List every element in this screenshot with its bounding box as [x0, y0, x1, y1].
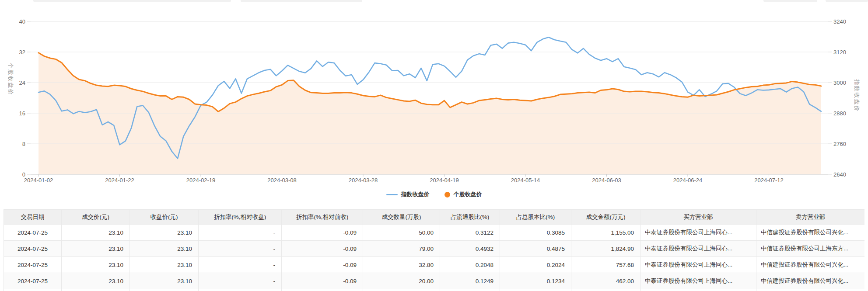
column-header: 成交价(元)	[62, 210, 130, 225]
table-cell	[440, 289, 500, 291]
table-cell	[199, 289, 282, 291]
table-cell: 23.10	[130, 257, 199, 273]
column-header: 折扣率(%,相对收盘)	[199, 210, 282, 225]
table-cell	[640, 289, 756, 291]
right-axis-tick-label: 3120	[833, 49, 846, 55]
table-cell: 32.80	[363, 257, 440, 273]
table-row: 2024-07-2523.1023.10--0.0920.000.12490.1…	[4, 273, 865, 289]
x-axis-tick-label: 2024-04-19	[430, 177, 459, 184]
broker-name-cell: 中信建投证券股份有限公司兴化...	[756, 225, 865, 241]
table-cell: -	[199, 225, 282, 241]
clipped-toolbar-item[interactable]	[826, 0, 868, 2]
broker-name-cell: 中泰证券股份有限公司上海同心...	[640, 273, 756, 289]
table-cell: 1,824.90	[571, 241, 640, 257]
right-axis-tick-label: 2640	[833, 171, 846, 178]
table-cell: 0.4932	[440, 241, 500, 257]
table-cell	[130, 289, 199, 291]
price-history-chart: 08162432402640276028803000312032402024-0…	[0, 3, 868, 208]
column-header: 收盘价(元)	[130, 210, 199, 225]
block-trade-table: 交易日期成交价(元)收盘价(元)折扣率(%,相对收盘)折扣率(%,相对前收)成交…	[4, 209, 864, 291]
table-cell: 23.10	[130, 241, 199, 257]
table-cell: 2024-07-25	[4, 273, 62, 289]
left-axis-tick-label: 24	[19, 80, 25, 86]
broker-name-cell: 中泰证券股份有限公司上海同心...	[640, 225, 756, 241]
x-axis-tick-label: 2024-07-12	[754, 177, 784, 184]
x-axis-tick-label: 2024-01-22	[105, 177, 134, 184]
column-header: 卖方营业部	[756, 210, 865, 225]
table-cell: 757.68	[571, 257, 640, 273]
broker-name-cell: 中泰证券股份有限公司上海同心...	[640, 257, 756, 273]
x-axis-tick-label: 2024-01-02	[24, 177, 53, 184]
column-header: 成交数量(万股)	[363, 210, 440, 225]
right-axis-tick-label: 3000	[833, 80, 846, 86]
column-header: 占总股本比(%)	[500, 210, 571, 225]
column-header: 交易日期	[4, 210, 62, 225]
table-cell: 20.00	[363, 273, 440, 289]
data-table: 交易日期成交价(元)收盘价(元)折扣率(%,相对收盘)折扣率(%,相对前收)成交…	[4, 209, 864, 291]
column-header: 买方营业部	[640, 210, 756, 225]
table-cell: 23.10	[62, 241, 130, 257]
table-cell: 2024-07-25	[4, 225, 62, 241]
legend-label: 指数收盘价	[401, 191, 430, 198]
clipped-toolbar-item[interactable]	[33, 0, 231, 2]
line-marker-icon	[386, 194, 398, 195]
broker-name-cell: 中信建投证券股份有限公司兴化...	[756, 257, 865, 273]
table-cell	[500, 289, 571, 291]
table-row: 2024-07-2523.1023.10--0.0979.000.49320.4…	[4, 241, 865, 257]
right-axis-tick-label: 3240	[833, 18, 846, 25]
table-cell: 0.1249	[440, 273, 500, 289]
table-cell: 2024-07-25	[4, 241, 62, 257]
table-cell: 0.3122	[440, 225, 500, 241]
chart-canvas: 08162432402640276028803000312032402024-0…	[0, 3, 868, 208]
table-cell: -	[199, 241, 282, 257]
legend-item-stock-close[interactable]: 个股收盘价	[444, 191, 482, 198]
table-header-row: 交易日期成交价(元)收盘价(元)折扣率(%,相对收盘)折扣率(%,相对前收)成交…	[4, 210, 865, 225]
table-cell: 0.1234	[500, 273, 571, 289]
left-axis-tick-label: 32	[19, 49, 25, 55]
x-axis-tick-label: 2024-03-08	[267, 177, 297, 184]
table-cell	[363, 289, 440, 291]
table-cell: 0.2048	[440, 257, 500, 273]
left-axis-tick-label: 40	[19, 18, 25, 25]
left-axis-tick-label: 16	[19, 110, 25, 117]
table-row: 2024-07-2523.1023.10--0.0932.800.20480.2…	[4, 257, 865, 273]
table-cell: 50.00	[363, 225, 440, 241]
legend-label: 个股收盘价	[454, 191, 482, 198]
table-row: 2024-07-2523.1023.10--0.0950.000.31220.3…	[4, 225, 865, 241]
left-axis-title: 个股收盘价	[7, 63, 14, 96]
right-axis-title: 指数收盘价	[853, 80, 861, 112]
table-cell: -0.09	[282, 273, 363, 289]
table-cell: -0.09	[282, 225, 363, 241]
table-cell: 79.00	[363, 241, 440, 257]
column-header: 折扣率(%,相对前收)	[282, 210, 363, 225]
legend-item-index-close[interactable]: 指数收盘价	[386, 191, 430, 198]
table-cell	[62, 289, 130, 291]
right-axis-tick-label: 2760	[833, 141, 846, 147]
clipped-toolbar-item[interactable]	[241, 0, 362, 2]
left-axis-tick-label: 8	[22, 141, 25, 147]
table-cell: 23.10	[62, 225, 130, 241]
x-axis-tick-label: 2024-05-14	[511, 177, 540, 184]
table-cell: 0.3085	[500, 225, 571, 241]
table-cell: -0.09	[282, 257, 363, 273]
table-row-clipped	[4, 289, 865, 291]
clipped-toolbar-item[interactable]	[763, 0, 817, 2]
broker-name-cell: 中信建投证券股份有限公司兴化...	[756, 273, 865, 289]
table-cell: 462.00	[571, 273, 640, 289]
table-cell: 23.10	[130, 225, 199, 241]
x-axis-tick-label: 2024-06-24	[673, 177, 703, 184]
table-cell	[4, 289, 62, 291]
table-cell	[571, 289, 640, 291]
table-cell: 0.4875	[500, 241, 571, 257]
page: 08162432402640276028803000312032402024-0…	[0, 0, 868, 291]
x-axis-tick-label: 2024-06-03	[592, 177, 621, 184]
x-axis-tick-label: 2024-02-19	[186, 177, 216, 184]
table-cell: 23.10	[130, 273, 199, 289]
table-cell: -	[199, 273, 282, 289]
right-axis-tick-label: 2880	[833, 110, 846, 117]
chart-legend: 指数收盘价 个股收盘价	[0, 191, 868, 198]
table-cell	[282, 289, 363, 291]
table-cell: 2024-07-25	[4, 257, 62, 273]
table-cell: 23.10	[62, 257, 130, 273]
circle-marker-icon	[444, 192, 450, 197]
